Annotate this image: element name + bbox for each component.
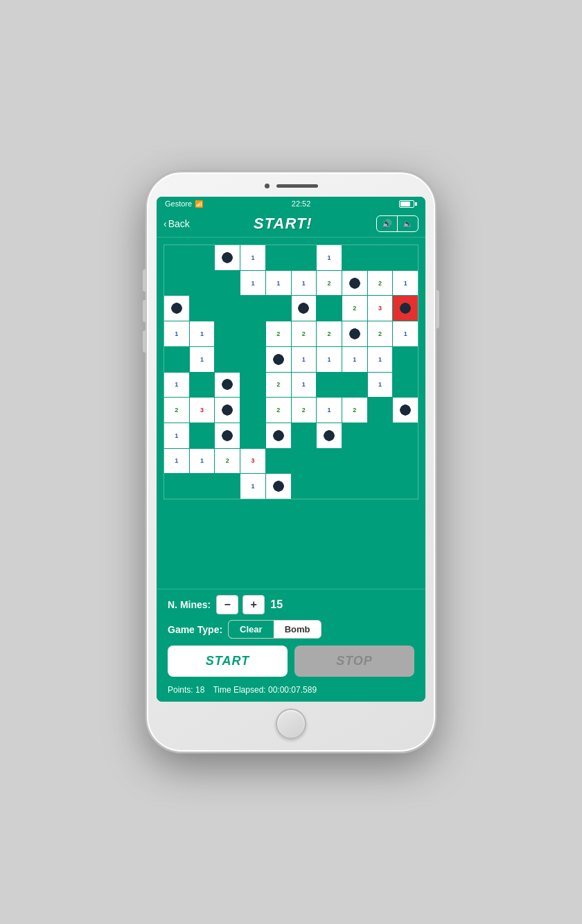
grid-cell[interactable]: 1 [292, 271, 317, 296]
grid-cell[interactable] [190, 245, 215, 270]
grid-cell[interactable] [190, 474, 215, 499]
grid-cell[interactable]: 1 [393, 321, 418, 346]
grid-cell[interactable]: 1 [393, 271, 418, 296]
grid-cell[interactable] [342, 449, 367, 474]
grid-cell[interactable] [240, 321, 265, 346]
grid-cell[interactable] [164, 296, 189, 321]
grid-cell[interactable] [368, 474, 393, 499]
grid-cell[interactable] [164, 245, 189, 270]
grid-cell[interactable] [393, 474, 418, 499]
grid-cell[interactable]: 1 [240, 474, 265, 499]
grid-cell[interactable]: 1 [240, 271, 265, 296]
grid-cell[interactable]: 1 [190, 347, 215, 372]
grid-cell[interactable] [317, 423, 342, 448]
grid-cell[interactable]: 1 [317, 245, 342, 270]
grid-cell[interactable] [317, 449, 342, 474]
grid-cell[interactable] [215, 245, 240, 270]
grid-cell[interactable] [393, 296, 418, 321]
grid-cell[interactable] [190, 271, 215, 296]
grid-cell[interactable]: 2 [317, 271, 342, 296]
sound-off-button[interactable]: 🔈 [398, 216, 418, 231]
grid-cell[interactable]: 2 [266, 373, 291, 398]
grid-cell[interactable] [164, 474, 189, 499]
grid-cell[interactable] [164, 271, 189, 296]
grid-cell[interactable]: 3 [368, 296, 393, 321]
grid-cell[interactable]: 1 [164, 321, 189, 346]
grid-cell[interactable] [393, 423, 418, 448]
grid-cell[interactable]: 1 [342, 347, 367, 372]
sound-on-button[interactable]: 🔊 [377, 216, 398, 231]
home-button[interactable] [276, 709, 306, 739]
stop-button[interactable]: STOP [294, 646, 414, 677]
grid-cell[interactable]: 1 [292, 373, 317, 398]
grid-cell[interactable] [190, 423, 215, 448]
grid-cell[interactable] [266, 347, 291, 372]
grid-cell[interactable]: 2 [368, 271, 393, 296]
grid-cell[interactable]: 1 [164, 373, 189, 398]
grid-cell[interactable]: 1 [368, 373, 393, 398]
grid-cell[interactable] [368, 245, 393, 270]
grid-cell[interactable] [393, 347, 418, 372]
start-button[interactable]: START [168, 646, 288, 677]
grid-cell[interactable] [393, 398, 418, 423]
grid-cell[interactable] [368, 449, 393, 474]
grid-cell[interactable]: 1 [164, 423, 189, 448]
grid-cell[interactable]: 1 [190, 321, 215, 346]
grid-cell[interactable] [317, 296, 342, 321]
grid-cell[interactable] [292, 474, 317, 499]
grid-cell[interactable]: 3 [240, 449, 265, 474]
grid-cell[interactable] [266, 474, 291, 499]
grid-cell[interactable]: 2 [317, 321, 342, 346]
grid-cell[interactable]: 1 [317, 398, 342, 423]
grid-cell[interactable] [266, 296, 291, 321]
grid-cell[interactable] [240, 373, 265, 398]
grid-cell[interactable] [240, 347, 265, 372]
grid-cell[interactable]: 2 [164, 398, 189, 423]
grid-cell[interactable]: 1 [240, 245, 265, 270]
grid-cell[interactable]: 1 [292, 347, 317, 372]
grid-cell[interactable] [393, 373, 418, 398]
grid-cell[interactable] [190, 373, 215, 398]
grid-cell[interactable]: 2 [368, 321, 393, 346]
grid-cell[interactable] [342, 373, 367, 398]
grid-cell[interactable] [292, 423, 317, 448]
grid-cell[interactable] [266, 423, 291, 448]
grid-cell[interactable]: 1 [368, 347, 393, 372]
grid-cell[interactable]: 2 [266, 321, 291, 346]
grid-cell[interactable]: 1 [317, 347, 342, 372]
grid-cell[interactable] [342, 271, 367, 296]
grid-cell[interactable] [215, 373, 240, 398]
grid-cell[interactable] [342, 474, 367, 499]
grid-cell[interactable] [292, 449, 317, 474]
grid-cell[interactable] [393, 245, 418, 270]
mines-decrease-button[interactable]: − [216, 595, 238, 614]
grid-cell[interactable]: 2 [342, 296, 367, 321]
grid-cell[interactable] [342, 245, 367, 270]
grid-cell[interactable] [164, 347, 189, 372]
grid-cell[interactable] [215, 321, 240, 346]
grid-cell[interactable] [342, 321, 367, 346]
grid-cell[interactable] [292, 245, 317, 270]
grid-cell[interactable]: 2 [292, 321, 317, 346]
grid-cell[interactable]: 1 [190, 449, 215, 474]
grid-cell[interactable] [240, 296, 265, 321]
grid-cell[interactable]: 1 [266, 271, 291, 296]
grid-cell[interactable] [215, 423, 240, 448]
mines-increase-button[interactable]: + [242, 595, 265, 614]
grid-cell[interactable] [215, 398, 240, 423]
grid-cell[interactable]: 2 [342, 398, 367, 423]
grid-cell[interactable] [368, 423, 393, 448]
toggle-bomb-button[interactable]: Bomb [274, 621, 321, 638]
grid-cell[interactable] [317, 474, 342, 499]
grid-cell[interactable]: 2 [266, 398, 291, 423]
grid-cell[interactable] [240, 398, 265, 423]
grid-cell[interactable]: 2 [292, 398, 317, 423]
grid-cell[interactable] [215, 296, 240, 321]
back-button[interactable]: ‹ Back [164, 218, 190, 229]
grid-cell[interactable] [215, 271, 240, 296]
grid-cell[interactable] [240, 423, 265, 448]
grid-cell[interactable] [190, 296, 215, 321]
grid-cell[interactable]: 3 [190, 398, 215, 423]
toggle-clear-button[interactable]: Clear [229, 621, 274, 638]
grid-cell[interactable] [266, 245, 291, 270]
